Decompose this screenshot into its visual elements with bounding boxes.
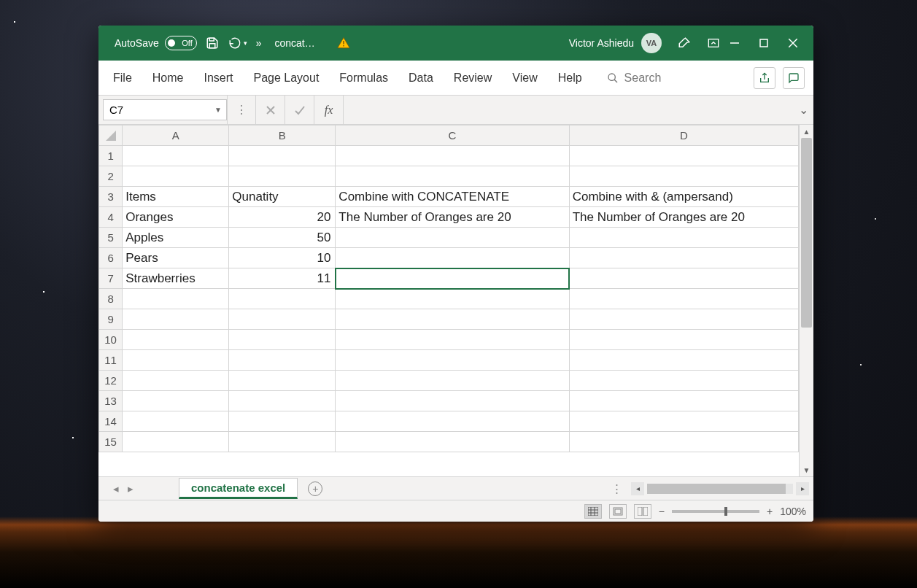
cell-C4[interactable]: The Number of Oranges are 20 (336, 207, 569, 228)
cell-D4[interactable]: The Number of Oranges are 20 (569, 207, 798, 228)
cell-A9[interactable] (123, 309, 229, 330)
row-header-10[interactable]: 10 (99, 330, 123, 350)
ribbon-display-icon[interactable] (707, 37, 720, 49)
sheet-nav-prev[interactable]: ◂ (109, 482, 123, 495)
vertical-scrollbar[interactable]: ▲ ▼ (799, 125, 813, 476)
cell-D2[interactable] (569, 166, 798, 187)
cell-B8[interactable] (229, 289, 336, 309)
scroll-right-icon[interactable]: ▸ (796, 482, 809, 495)
cell-C15[interactable] (336, 432, 569, 452)
row-header-12[interactable]: 12 (99, 371, 123, 391)
ribbon-tab-formulas[interactable]: Formulas (329, 61, 398, 95)
cell-A12[interactable] (123, 371, 229, 391)
cell-D6[interactable] (569, 248, 798, 268)
cell-B1[interactable] (229, 146, 336, 166)
cell-A1[interactable] (123, 146, 229, 166)
scrollbar-thumb[interactable] (647, 484, 786, 494)
cell-A10[interactable] (123, 330, 229, 350)
row-header-4[interactable]: 4 (99, 207, 123, 228)
cell-C9[interactable] (336, 309, 569, 330)
filename[interactable]: concat… (275, 37, 315, 49)
cell-A3[interactable]: Items (123, 187, 229, 207)
zoom-in-button[interactable]: + (767, 506, 773, 517)
cell-C14[interactable] (336, 411, 569, 432)
zoom-out-button[interactable]: − (659, 506, 665, 517)
page-layout-view-button[interactable] (609, 504, 627, 519)
cell-B2[interactable] (229, 166, 336, 187)
insert-function-button[interactable]: fx (314, 96, 344, 124)
row-header-13[interactable]: 13 (99, 391, 123, 411)
zoom-slider[interactable] (672, 510, 759, 513)
row-header-7[interactable]: 7 (99, 268, 123, 289)
cell-C1[interactable] (336, 146, 569, 166)
column-header-D[interactable]: D (569, 125, 798, 146)
cell-D13[interactable] (569, 391, 798, 411)
row-header-1[interactable]: 1 (99, 146, 123, 166)
cell-C3[interactable]: Combine with CONCATENATE (336, 187, 569, 207)
cell-A8[interactable] (123, 289, 229, 309)
cell-B4[interactable]: 20 (229, 207, 336, 228)
row-header-2[interactable]: 2 (99, 166, 123, 187)
page-break-view-button[interactable] (634, 504, 651, 519)
cell-B13[interactable] (229, 391, 336, 411)
horizontal-scrollbar[interactable]: ⋮ ◂ ▸ (611, 482, 813, 495)
ribbon-tab-review[interactable]: Review (444, 61, 502, 95)
close-button[interactable] (778, 26, 808, 61)
username[interactable]: Victor Ashiedu (569, 37, 634, 49)
row-header-6[interactable]: 6 (99, 248, 123, 268)
cell-B11[interactable] (229, 350, 336, 371)
cell-B5[interactable]: 50 (229, 228, 336, 248)
cell-C12[interactable] (336, 371, 569, 391)
sheet-tab[interactable]: concatenate excel (179, 478, 298, 499)
cell-D10[interactable] (569, 330, 798, 350)
cell-A6[interactable]: Pears (123, 248, 229, 268)
cell-D11[interactable] (569, 350, 798, 371)
column-header-C[interactable]: C (336, 125, 569, 146)
cell-D9[interactable] (569, 309, 798, 330)
cell-D1[interactable] (569, 146, 798, 166)
ribbon-tab-file[interactable]: File (103, 61, 142, 95)
cell-C6[interactable] (336, 248, 569, 268)
enter-formula-icon[interactable] (285, 96, 314, 124)
warning-icon[interactable] (337, 36, 350, 50)
tell-me-search[interactable]: Search (607, 71, 662, 85)
cell-B15[interactable] (229, 432, 336, 452)
cell-C8[interactable] (336, 289, 569, 309)
cell-C13[interactable] (336, 391, 569, 411)
cell-B7[interactable]: 11 (229, 268, 336, 289)
cell-B10[interactable] (229, 330, 336, 350)
cell-B3[interactable]: Qunatity (229, 187, 336, 207)
cell-D7[interactable] (569, 268, 798, 289)
autosave-switch[interactable]: Off (165, 36, 197, 50)
zoom-level[interactable]: 100% (780, 506, 806, 517)
comments-button[interactable] (783, 67, 805, 89)
cell-D8[interactable] (569, 289, 798, 309)
cell-A15[interactable] (123, 432, 229, 452)
row-header-5[interactable]: 5 (99, 228, 123, 248)
row-header-15[interactable]: 15 (99, 432, 123, 452)
cell-C2[interactable] (336, 166, 569, 187)
cell-A13[interactable] (123, 391, 229, 411)
scroll-down-icon[interactable]: ▼ (800, 463, 813, 476)
avatar[interactable]: VA (641, 33, 662, 53)
scrollbar-thumb[interactable] (801, 138, 812, 328)
cell-A11[interactable] (123, 350, 229, 371)
ribbon-tab-insert[interactable]: Insert (193, 61, 243, 95)
cell-D3[interactable]: Combine with & (ampersand) (569, 187, 798, 207)
autosave-toggle[interactable]: AutoSave Off (115, 36, 197, 50)
share-button[interactable] (754, 67, 775, 89)
undo-icon[interactable]: ▾ (228, 36, 247, 50)
save-icon[interactable] (206, 36, 219, 50)
cell-D14[interactable] (569, 411, 798, 432)
cell-D15[interactable] (569, 432, 798, 452)
ribbon-tab-home[interactable]: Home (142, 61, 194, 95)
cell-D12[interactable] (569, 371, 798, 391)
cell-C7[interactable] (336, 268, 569, 289)
minimize-button[interactable] (720, 26, 749, 61)
cell-C11[interactable] (336, 350, 569, 371)
maximize-button[interactable] (749, 26, 778, 61)
spreadsheet-grid[interactable]: ABCD123ItemsQunatityCombine with CONCATE… (98, 125, 799, 476)
ribbon-tab-view[interactable]: View (502, 61, 547, 95)
add-sheet-button[interactable]: + (308, 481, 322, 496)
cell-D5[interactable] (569, 228, 798, 248)
